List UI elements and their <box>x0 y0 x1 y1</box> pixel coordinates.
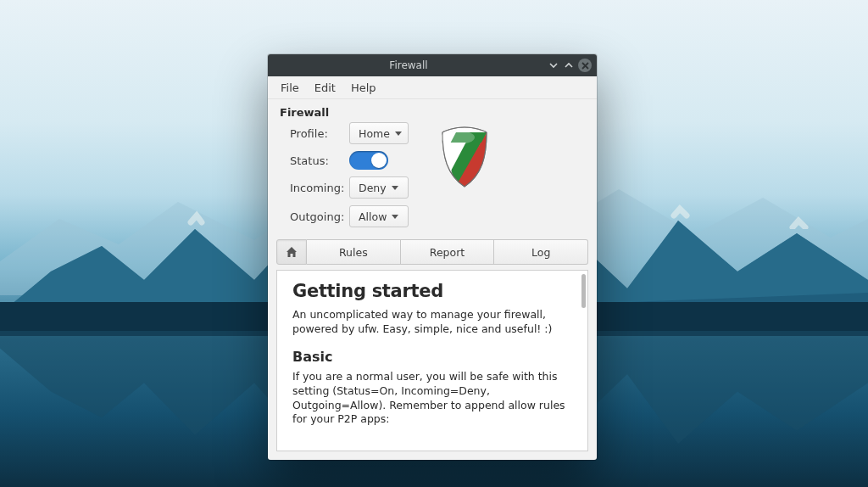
minimize-button[interactable] <box>548 59 559 71</box>
outgoing-value: Allow <box>359 210 387 223</box>
incoming-label: Incoming: <box>290 182 344 194</box>
menu-file[interactable]: File <box>273 79 307 97</box>
tab-log-label: Log <box>531 246 550 259</box>
home-icon <box>285 245 298 259</box>
scrollbar[interactable] <box>581 274 586 447</box>
doc-subheading: Basic <box>292 349 565 365</box>
getting-started-doc: Getting started An uncomplicated way to … <box>281 274 577 447</box>
chevron-down-icon <box>392 186 398 190</box>
chevron-down-icon <box>392 215 398 219</box>
titlebar[interactable]: Firewall <box>268 54 597 76</box>
window-title: Firewall <box>273 59 544 71</box>
status-toggle[interactable] <box>349 151 388 170</box>
tab-rules-label: Rules <box>339 246 368 259</box>
chevron-down-icon <box>395 132 402 136</box>
menu-edit[interactable]: Edit <box>307 79 343 97</box>
tabbar: Rules Report Log <box>268 239 597 265</box>
firewall-window: Firewall File Edit Help Firewall Profile… <box>268 54 597 460</box>
content-panel: Getting started An uncomplicated way to … <box>276 270 588 451</box>
toggle-knob <box>371 153 387 168</box>
tab-log[interactable]: Log <box>494 239 588 265</box>
scrollbar-thumb[interactable] <box>581 274 586 308</box>
tab-rules[interactable]: Rules <box>307 239 401 265</box>
doc-heading: Getting started <box>292 281 565 301</box>
profile-value: Home <box>359 127 390 140</box>
doc-basic-text: If you are a normal user, you will be sa… <box>292 370 565 428</box>
profile-combo[interactable]: Home <box>349 122 409 144</box>
incoming-value: Deny <box>359 182 387 194</box>
menu-help[interactable]: Help <box>343 79 384 97</box>
section-heading: Firewall <box>268 99 597 120</box>
outgoing-label: Outgoing: <box>290 210 344 223</box>
gufw-shield-icon <box>437 124 492 192</box>
settings-panel: Profile: Home Status: Incoming: Deny Out… <box>268 120 597 236</box>
maximize-button[interactable] <box>563 59 575 71</box>
menubar: File Edit Help <box>268 76 597 99</box>
doc-intro: An uncomplicated way to manage your fire… <box>292 308 565 337</box>
profile-label: Profile: <box>290 127 344 140</box>
tab-home[interactable] <box>276 239 307 265</box>
tab-report-label: Report <box>430 246 465 259</box>
tab-report[interactable]: Report <box>401 239 495 265</box>
status-label: Status: <box>290 154 344 167</box>
incoming-combo[interactable]: Deny <box>349 176 409 199</box>
svg-point-0 <box>441 131 475 144</box>
close-button[interactable] <box>578 59 592 72</box>
outgoing-combo[interactable]: Allow <box>349 205 409 227</box>
